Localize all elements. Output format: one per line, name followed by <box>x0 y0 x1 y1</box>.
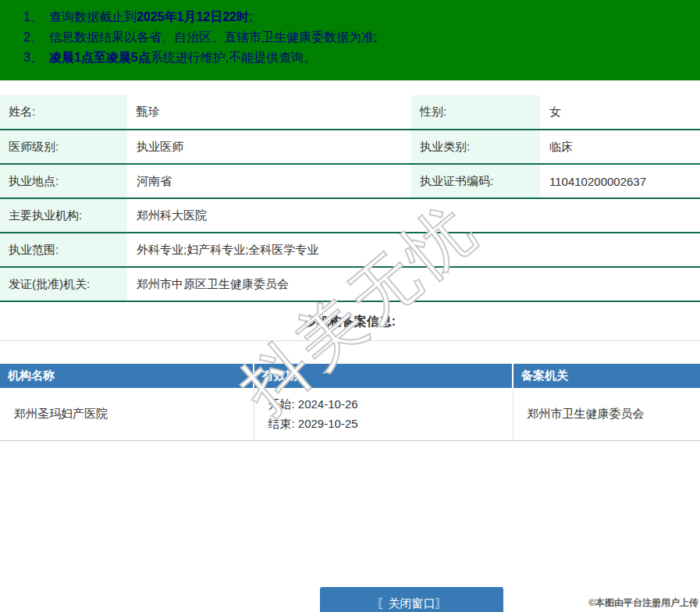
gender-label: 性别: <box>411 95 540 130</box>
org-name-header: 机构名称 <box>0 364 254 388</box>
notice-text-bold: 2025年1月12日22时 <box>137 10 249 23</box>
name-value: 甄珍 <box>127 95 411 130</box>
name-label: 姓名: <box>0 95 127 130</box>
notice-text: 查询数据截止到 <box>49 10 137 23</box>
org-name-cell: 郑州圣玛妇产医院 <box>0 388 254 440</box>
notice-line-3: 3、凌晨1点至凌晨5点系统进行维护,不能提供查询。 <box>0 48 700 68</box>
location-label: 执业地点: <box>0 164 127 198</box>
notice-text-bold: 凌晨1点至凌晨5点 <box>49 51 151 64</box>
multi-org-filing-heading: 多机构备案信息: <box>0 302 700 341</box>
table-row: 发证(批准)机关: 郑州市中原区卫生健康委员会 <box>0 267 700 301</box>
level-label: 医师级别: <box>0 130 127 164</box>
issuer-value: 郑州市中原区卫生健康委员会 <box>127 267 700 301</box>
main-org-value: 郑州科大医院 <box>127 198 700 233</box>
cert-no-value: 110410200002637 <box>540 164 700 198</box>
doctor-info-table: 姓名: 甄珍 性别: 女 医师级别: 执业医师 执业类别: 临床 执业地点: 河… <box>0 95 700 302</box>
validity-header: 有效期 <box>254 364 513 388</box>
scope-value: 外科专业;妇产科专业;全科医学专业 <box>127 233 700 267</box>
validity-start: 开始: 2024-10-26 <box>268 394 513 414</box>
table-row: 姓名: 甄珍 性别: 女 <box>0 95 700 130</box>
table-row: 主要执业机构: 郑州科大医院 <box>0 198 700 233</box>
close-window-button[interactable]: 〖关闭窗口〗 <box>320 587 503 612</box>
table-row: 执业范围: 外科专业;妇产科专业;全科医学专业 <box>0 233 700 267</box>
notice-line-number: 1、 <box>23 10 43 23</box>
notice-text: 系统进行维护,不能提供查询。 <box>151 51 316 64</box>
filing-header-row: 机构名称 有效期 备案机关 <box>0 364 700 388</box>
notice-banner: 1、查询数据截止到2025年1月12日22时; 2、信息数据结果以各省、自治区、… <box>0 0 700 80</box>
table-row: 执业地点: 河南省 执业证书编码: 110410200002637 <box>0 164 700 198</box>
notice-line-1: 1、查询数据截止到2025年1月12日22时; <box>0 7 700 27</box>
level-value: 执业医师 <box>127 130 411 164</box>
notice-line-number: 2、 <box>23 30 43 44</box>
issuer-label: 发证(批准)机关: <box>0 267 127 301</box>
authority-header: 备案机关 <box>513 364 700 388</box>
notice-line-number: 3、 <box>23 51 43 64</box>
main-org-label: 主要执业机构: <box>0 198 127 233</box>
location-value: 河南省 <box>127 164 411 198</box>
copyright-stamp: ©本图由平台注册用户上传 <box>588 596 698 610</box>
table-row: 医师级别: 执业医师 执业类别: 临床 <box>0 130 700 164</box>
category-label: 执业类别: <box>411 130 540 164</box>
authority-cell: 郑州市卫生健康委员会 <box>513 388 700 440</box>
notice-text: 信息数据结果以各省、自治区、直辖市卫生健康委数据为准; <box>49 30 377 44</box>
notice-text: ; <box>249 10 252 23</box>
validity-end: 结束: 2029-10-25 <box>268 414 513 433</box>
filing-table: 机构名称 有效期 备案机关 郑州圣玛妇产医院 开始: 2024-10-26 结束… <box>0 364 700 441</box>
validity-cell: 开始: 2024-10-26 结束: 2029-10-25 <box>254 388 513 440</box>
scope-label: 执业范围: <box>0 233 127 267</box>
category-value: 临床 <box>540 130 700 164</box>
filing-row: 郑州圣玛妇产医院 开始: 2024-10-26 结束: 2029-10-25 郑… <box>0 388 700 440</box>
cert-no-label: 执业证书编码: <box>411 164 540 198</box>
gender-value: 女 <box>540 95 700 130</box>
notice-line-2: 2、信息数据结果以各省、自治区、直辖市卫生健康委数据为准; <box>0 27 700 48</box>
